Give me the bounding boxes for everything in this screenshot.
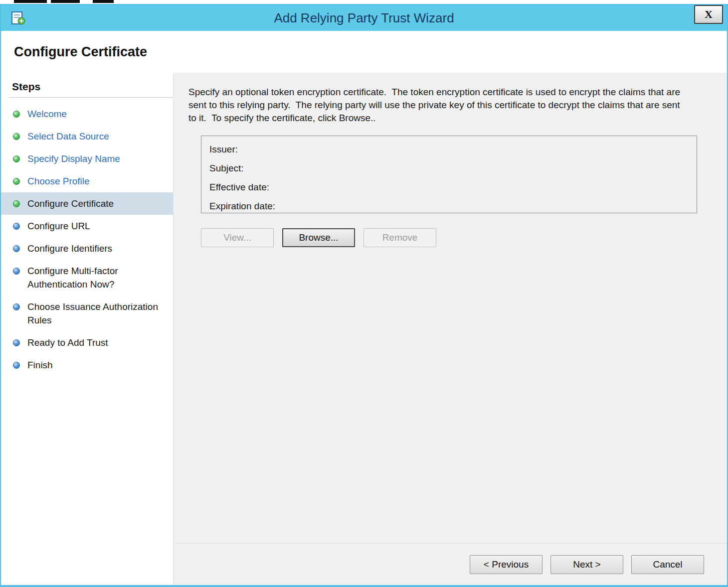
cancel-button[interactable]: Cancel: [631, 555, 704, 574]
background-artifact: [51, 0, 80, 3]
step-label: Choose Issuance Authorization Rules: [27, 300, 168, 327]
step-label: Specify Display Name: [27, 152, 120, 165]
step-label: Ready to Add Trust: [27, 336, 108, 349]
step-label: Configure Multi-factor Authentication No…: [27, 264, 168, 291]
certificate-issuer-label: Issuer:: [209, 142, 697, 161]
wizard-window: Add Relying Party Trust Wizard X Configu…: [0, 4, 728, 587]
view-button[interactable]: View...: [201, 228, 274, 247]
step-item-select-data-source[interactable]: Select Data Source: [1, 125, 173, 147]
step-item-finish[interactable]: Finish: [1, 354, 173, 376]
certificate-effective-date-label: Effective date:: [209, 180, 697, 199]
step-pending-icon: [13, 362, 20, 369]
footer-bar: < Previous Next > Cancel: [174, 543, 727, 585]
background-artifacts: [0, 0, 728, 4]
title-bar: Add Relying Party Trust Wizard X: [1, 5, 727, 31]
next-button[interactable]: Next >: [550, 555, 623, 574]
page-title: Configure Certificate: [14, 44, 147, 60]
step-label: Choose Profile: [27, 174, 90, 188]
step-pending-icon: [13, 303, 20, 310]
step-item-configure-url[interactable]: Configure URL: [1, 215, 173, 237]
step-label: Configure Certificate: [27, 197, 114, 210]
step-item-configure-mfa[interactable]: Configure Multi-factor Authentication No…: [1, 260, 173, 295]
step-item-choose-profile[interactable]: Choose Profile: [1, 170, 173, 192]
background-artifact: [93, 0, 114, 3]
browse-button[interactable]: Browse...: [282, 228, 355, 247]
close-button[interactable]: X: [694, 5, 723, 24]
steps-heading: Steps: [1, 76, 173, 97]
step-pending-icon: [13, 245, 20, 252]
step-item-configure-certificate[interactable]: Configure Certificate: [1, 192, 173, 215]
step-label: Configure Identifiers: [27, 242, 112, 255]
window-title: Add Relying Party Trust Wizard: [1, 10, 727, 26]
background-artifact: [14, 0, 47, 3]
page-header: Configure Certificate: [1, 31, 727, 73]
step-item-configure-identifiers[interactable]: Configure Identifiers: [1, 237, 173, 260]
step-item-welcome[interactable]: Welcome: [1, 103, 173, 125]
certificate-actions: View... Browse... Remove: [201, 228, 710, 247]
step-label: Welcome: [27, 107, 67, 121]
step-completed-icon: [13, 133, 20, 140]
step-pending-icon: [13, 339, 20, 346]
step-completed-icon: [13, 178, 20, 185]
certificate-expiration-date-label: Expiration date:: [209, 199, 697, 218]
remove-button[interactable]: Remove: [364, 228, 436, 247]
step-pending-icon: [13, 223, 20, 230]
certificate-subject-label: Subject:: [209, 161, 697, 180]
content-main: Specify an optional token encryption cer…: [174, 73, 727, 543]
certificate-details-box: Issuer: Subject: Effective date: Expirat…: [201, 136, 697, 213]
screen: Add Relying Party Trust Wizard X Configu…: [0, 0, 728, 587]
wizard-body: Steps Welcome Select Data Source Specify…: [1, 73, 727, 585]
steps-divider: [9, 97, 173, 98]
step-label: Configure URL: [27, 219, 90, 233]
content-panel: Specify an optional token encryption cer…: [173, 73, 727, 585]
step-label: Finish: [27, 358, 53, 372]
previous-button[interactable]: < Previous: [470, 555, 543, 574]
step-pending-icon: [13, 268, 20, 275]
step-item-specify-display-name[interactable]: Specify Display Name: [1, 147, 173, 170]
step-completed-icon: [13, 111, 20, 118]
instruction-text: Specify an optional token encryption cer…: [188, 86, 687, 125]
step-item-choose-issuance-rules[interactable]: Choose Issuance Authorization Rules: [1, 295, 173, 331]
step-label: Select Data Source: [27, 130, 109, 143]
step-current-icon: [13, 200, 20, 207]
step-item-ready-to-add-trust[interactable]: Ready to Add Trust: [1, 331, 173, 354]
steps-sidebar: Steps Welcome Select Data Source Specify…: [1, 73, 173, 585]
step-completed-icon: [13, 155, 20, 162]
